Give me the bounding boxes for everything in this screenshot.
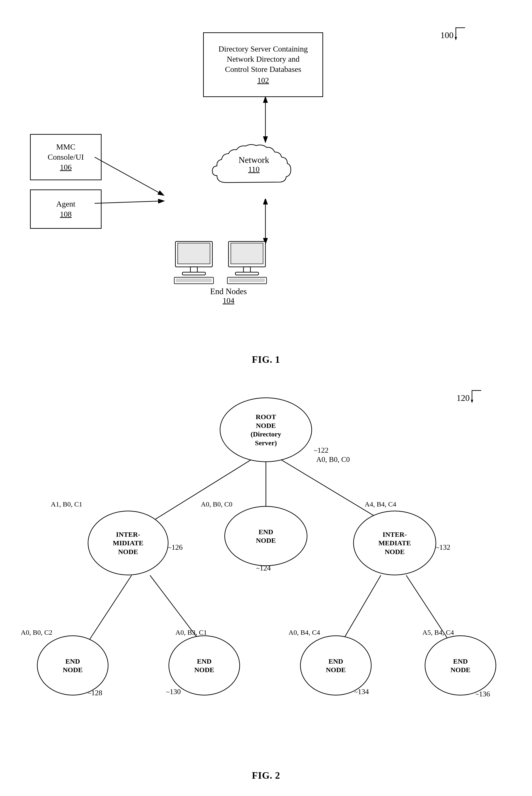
- svg-marker-0: [455, 37, 457, 40]
- svg-rect-10: [182, 272, 205, 275]
- end-node-128-circle: END NODE: [37, 635, 109, 695]
- mmc-agent-arrows: [92, 129, 203, 245]
- fig2-label: FIG. 2: [252, 770, 280, 781]
- end124-coords-above: A0, B0, C0: [201, 500, 232, 508]
- root-ref: ~122: [314, 446, 328, 454]
- inter-node-126-circle: INTER- MIDIATE NODE: [88, 511, 169, 575]
- svg-rect-15: [244, 267, 250, 273]
- inter126-coords: A1, B0, C1: [51, 500, 82, 508]
- end-node-128-text: END NODE: [63, 657, 83, 674]
- mmc-text: MMC Console/UI 106: [48, 142, 84, 173]
- end-node-136-circle: END NODE: [425, 635, 496, 695]
- root-node-circle: ROOT NODE (Directory Server): [220, 397, 312, 462]
- end130-coords: A0, B3, C1: [175, 629, 207, 636]
- end-node-134-text: END NODE: [326, 657, 346, 674]
- end124-ref: ~124: [256, 564, 271, 572]
- fig1-container: 100 Directory Server Containing Network …: [0, 14, 532, 372]
- network-to-endnodes-arrow: [231, 199, 300, 245]
- end-node-124-circle: END NODE: [224, 506, 307, 566]
- end-node-134-circle: END NODE: [300, 635, 372, 695]
- inter-node-126-text: INTER- MIDIATE NODE: [113, 530, 144, 556]
- directory-server-text: Directory Server Containing Network Dire…: [218, 44, 308, 86]
- inter-node-132-text: INTER- MEDIATE NODE: [378, 530, 411, 556]
- fig2-container: 120: [0, 374, 532, 788]
- svg-line-4: [95, 157, 162, 194]
- mmc-box: MMC Console/UI 106: [30, 134, 101, 180]
- inter132-coords: A4, B4, C4: [365, 500, 396, 508]
- end-node-130-circle: END NODE: [169, 635, 240, 695]
- computer-2: [226, 240, 277, 287]
- root-coords: A0, B0, C0: [316, 455, 350, 464]
- root-node-text: ROOT NODE (Directory Server): [251, 413, 281, 447]
- ds-to-network-arrow: [231, 97, 300, 143]
- svg-rect-12: [176, 278, 212, 282]
- inter-node-132-circle: INTER- MEDIATE NODE: [353, 511, 436, 575]
- end130-ref: ~130: [166, 687, 181, 696]
- end134-ref: ~134: [354, 687, 369, 696]
- ref-100-arrow: [442, 25, 470, 44]
- end136-coords: A5, B4, C4: [422, 629, 454, 636]
- directory-server-box: Directory Server Containing Network Dire…: [203, 32, 323, 97]
- svg-rect-9: [190, 267, 197, 273]
- end128-coords: A0, B0, C2: [21, 629, 52, 636]
- end128-ref: ~128: [88, 689, 102, 697]
- svg-line-24: [88, 575, 132, 643]
- fig1-label: FIG. 1: [252, 354, 280, 365]
- network-cloud: Network 110: [208, 141, 300, 199]
- agent-text: Agent 108: [56, 199, 75, 219]
- page: 100 Directory Server Containing Network …: [0, 0, 532, 796]
- end136-ref: ~136: [475, 690, 490, 698]
- agent-box: Agent 108: [30, 189, 101, 229]
- end134-coords: A0, B4, C4: [288, 629, 320, 636]
- svg-line-5: [95, 201, 162, 203]
- svg-rect-18: [229, 278, 265, 282]
- computer-1: [173, 240, 224, 287]
- svg-rect-14: [231, 243, 263, 264]
- end-nodes-label: End Nodes 104: [185, 287, 272, 305]
- end-node-130-text: END NODE: [194, 657, 214, 674]
- inter126-ref: ~126: [168, 543, 183, 551]
- end-node-124-text: END NODE: [256, 527, 276, 545]
- svg-rect-16: [235, 272, 259, 275]
- svg-rect-8: [178, 243, 210, 264]
- inter132-ref: ~132: [436, 543, 450, 551]
- end-node-136-text: END NODE: [451, 657, 471, 674]
- svg-line-26: [342, 575, 381, 643]
- network-label: Network 110: [208, 155, 300, 174]
